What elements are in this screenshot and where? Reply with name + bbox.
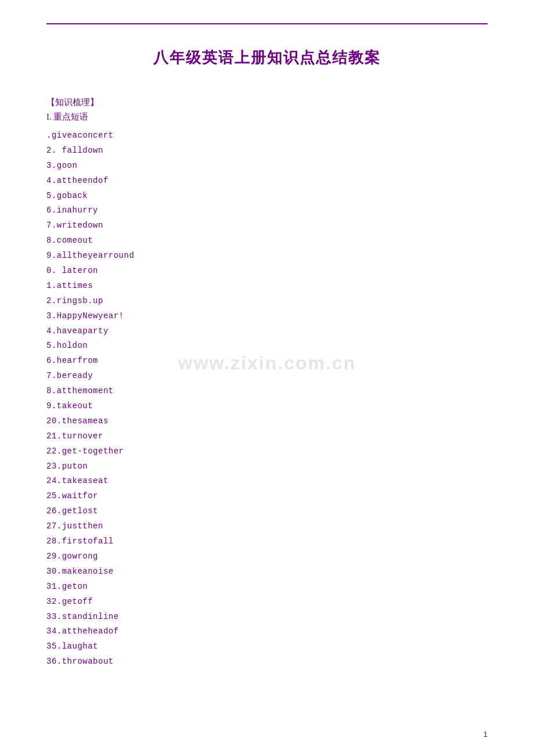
list-item: 2.ringsb.up (46, 294, 488, 309)
list-item: 0. lateron (46, 264, 488, 279)
list-item: .giveaconcert (46, 128, 488, 143)
list-item: 6.hearfrom (46, 354, 488, 369)
list-item: 9.takeout (46, 399, 488, 414)
list-item: 33.standinline (46, 610, 488, 625)
list-item: 8.comeout (46, 233, 488, 249)
page-title: 八年级英语上册知识点总结教案 (46, 48, 488, 68)
list-item: 24.takeaseat (46, 474, 488, 489)
list-item: 22.get-together (46, 444, 488, 459)
section-label: I. 重点短语 (46, 111, 488, 123)
list-item: 35.laughat (46, 639, 488, 654)
list-item: 25.waitfor (46, 489, 488, 504)
list-item: 1.attimes (46, 279, 488, 294)
list-item: 23.puton (46, 459, 488, 474)
list-item: 7.writedown (46, 218, 488, 233)
phrase-list: .giveaconcert2. falldown3.goon4.attheend… (46, 128, 488, 669)
list-item: 32.getoff (46, 595, 488, 610)
list-item: 4.haveaparty (46, 324, 488, 339)
list-item: 29.gowrong (46, 549, 488, 564)
list-item: 31.geton (46, 579, 488, 595)
list-item: 28.firstofall (46, 534, 488, 549)
list-item: 30.makeanoise (46, 564, 488, 579)
list-item: 26.getlost (46, 504, 488, 519)
top-border (46, 23, 488, 24)
list-item: 5.holdon (46, 339, 488, 354)
section-header: 【知识梳理】 (46, 97, 488, 108)
page-number: 1 (484, 730, 488, 739)
list-item: 36.throwabout (46, 654, 488, 669)
list-item: 20.thesameas (46, 414, 488, 429)
list-item: 7.beready (46, 369, 488, 384)
list-item: 3.HappyNewyear! (46, 309, 488, 324)
list-item: 4.attheendof (46, 174, 488, 189)
list-item: 3.goon (46, 159, 488, 174)
list-item: 27.justthen (46, 519, 488, 534)
list-item: 9.alltheyearround (46, 249, 488, 264)
list-item: 6.inahurry (46, 203, 488, 218)
list-item: 8.atthemoment (46, 384, 488, 399)
list-item: 34.attheheadof (46, 624, 488, 639)
list-item: 5.goback (46, 189, 488, 204)
list-item: 2. falldown (46, 143, 488, 159)
list-item: 21.turnover (46, 429, 488, 444)
